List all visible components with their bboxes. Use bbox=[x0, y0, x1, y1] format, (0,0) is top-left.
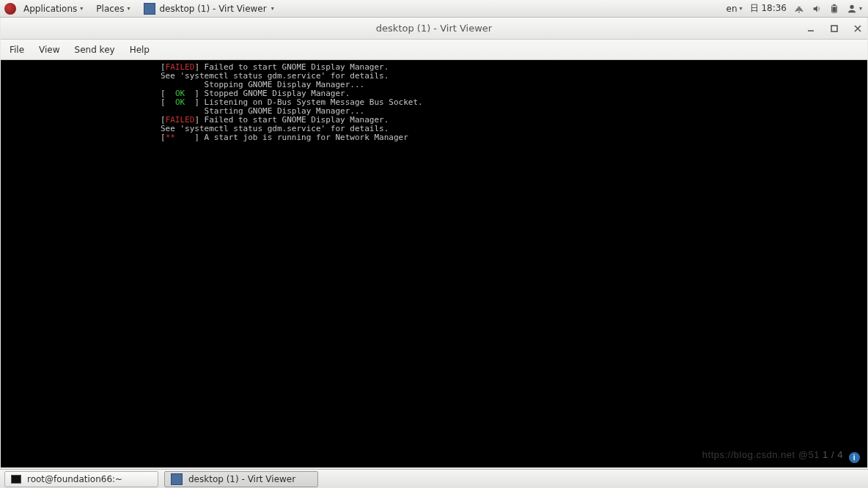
taskbar-terminal[interactable]: root@foundation66:~ bbox=[4, 471, 158, 487]
panel-left: Applications ▾ Places ▾ desktop (1) - Vi… bbox=[4, 1, 280, 17]
menu-help-label: Help bbox=[130, 45, 150, 55]
spinner-icon: ** bbox=[166, 133, 175, 142]
watermark-at: @51 bbox=[798, 449, 820, 460]
terminal-icon bbox=[11, 475, 21, 484]
applications-menu[interactable]: Applications ▾ bbox=[18, 1, 89, 17]
vm-console-area[interactable]: [FAILED] Failed to start GNOME Display M… bbox=[1, 60, 867, 467]
input-method-indicator[interactable]: en ▾ bbox=[727, 4, 743, 14]
log-text: ] A start job is running for Network Man… bbox=[175, 133, 408, 142]
menu-view[interactable]: View bbox=[32, 40, 67, 59]
svg-point-0 bbox=[798, 11, 800, 12]
user-menu-icon[interactable]: ▾ bbox=[847, 4, 862, 14]
panel-focused-app[interactable]: desktop (1) - Virt Viewer ▾ bbox=[138, 1, 280, 17]
chevron-down-icon: ▾ bbox=[127, 5, 130, 12]
taskbar-virt-viewer-label: desktop (1) - Virt Viewer bbox=[188, 474, 295, 484]
close-button[interactable] bbox=[853, 23, 863, 34]
distro-logo-icon bbox=[4, 3, 16, 15]
menu-file[interactable]: File bbox=[2, 40, 32, 59]
battery-indicator-icon[interactable] bbox=[829, 4, 839, 14]
chevron-down-icon: ▾ bbox=[740, 5, 743, 12]
menu-file-label: File bbox=[10, 45, 24, 55]
gnome-top-panel: Applications ▾ Places ▾ desktop (1) - Vi… bbox=[0, 0, 868, 18]
svg-rect-2 bbox=[833, 4, 836, 5]
clock-indicator[interactable]: 日 18:36 bbox=[750, 2, 787, 15]
svg-rect-3 bbox=[832, 7, 836, 12]
taskbar-terminal-label: root@foundation66:~ bbox=[27, 474, 122, 484]
menu-view-label: View bbox=[39, 45, 59, 55]
svg-point-4 bbox=[850, 4, 853, 8]
watermark-url: https://blog.csdn.net bbox=[702, 449, 795, 460]
menubar: File View Send key Help bbox=[1, 40, 867, 60]
applications-label: Applications bbox=[23, 4, 77, 14]
clock-label: 日 18:36 bbox=[750, 2, 787, 15]
boot-log: [FAILED] Failed to start GNOME Display M… bbox=[161, 63, 423, 142]
info-icon: i bbox=[849, 452, 860, 463]
chevron-down-icon: ▾ bbox=[859, 5, 862, 12]
chevron-down-icon: ▾ bbox=[271, 5, 274, 12]
network-indicator-icon[interactable] bbox=[794, 4, 804, 14]
minimize-button[interactable] bbox=[806, 23, 816, 34]
places-menu[interactable]: Places ▾ bbox=[90, 1, 136, 17]
locale-label: en bbox=[727, 4, 738, 14]
svg-rect-5 bbox=[831, 26, 837, 32]
page-counter: 1 / 4 bbox=[823, 449, 843, 460]
menu-help[interactable]: Help bbox=[122, 40, 157, 59]
titlebar: desktop (1) - Virt Viewer bbox=[1, 18, 867, 40]
virt-viewer-icon bbox=[144, 3, 155, 15]
places-label: Places bbox=[96, 4, 124, 14]
taskbar-virt-viewer[interactable]: desktop (1) - Virt Viewer bbox=[164, 471, 318, 487]
menu-sendkey-label: Send key bbox=[75, 45, 115, 55]
window-title: desktop (1) - Virt Viewer bbox=[1, 23, 867, 34]
chevron-down-icon: ▾ bbox=[80, 5, 83, 12]
watermark: https://blog.csdn.net @51 1 / 4 i bbox=[702, 451, 860, 464]
maximize-button[interactable] bbox=[829, 23, 839, 34]
virt-viewer-window: desktop (1) - Virt Viewer File View Send… bbox=[1, 18, 867, 467]
gnome-bottom-panel: root@foundation66:~ desktop (1) - Virt V… bbox=[0, 469, 868, 488]
virt-viewer-icon bbox=[171, 473, 183, 485]
panel-focused-app-title: desktop (1) - Virt Viewer bbox=[160, 4, 267, 14]
bracket: [ bbox=[161, 133, 166, 142]
panel-right: en ▾ 日 18:36 ▾ bbox=[727, 2, 864, 15]
volume-indicator-icon[interactable] bbox=[812, 4, 822, 14]
menu-sendkey[interactable]: Send key bbox=[67, 40, 122, 59]
window-controls bbox=[806, 18, 863, 39]
